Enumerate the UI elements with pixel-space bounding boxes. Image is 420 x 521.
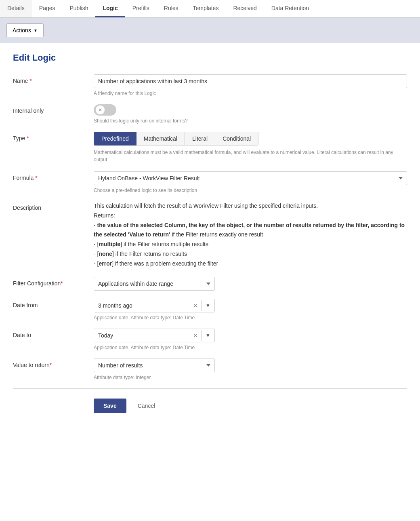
type-btn-predefined[interactable]: Predefined <box>94 132 136 146</box>
date-from-row: Date from ✕ ▼ Application date. Attribut… <box>13 299 407 321</box>
description-line2: Returns: <box>94 212 115 219</box>
description-line4: - [multiple] if the Filter returns multi… <box>94 241 208 247</box>
section-divider <box>13 388 407 389</box>
filter-config-select[interactable]: Applications within date range <box>94 277 215 291</box>
date-to-input[interactable] <box>94 329 190 342</box>
date-from-wrap: ✕ ▼ <box>94 299 215 312</box>
date-to-clear-button[interactable]: ✕ <box>190 332 201 339</box>
description-line6: - [error] if there was a problem executi… <box>94 260 218 267</box>
value-to-return-hint: Attribute data type: Integer <box>94 375 407 380</box>
value-to-return-row: Value to return* Number of results Attri… <box>13 359 407 380</box>
main-content: Edit Logic Name * A friendly name for th… <box>0 43 420 423</box>
description-field: This calculation will fetch the result o… <box>94 201 407 269</box>
type-btn-conditional[interactable]: Conditional <box>215 132 258 146</box>
nav-tab-publish[interactable]: Publish <box>63 0 96 17</box>
save-button[interactable]: Save <box>94 399 126 413</box>
chevron-down-icon: ▼ <box>34 28 38 33</box>
name-row: Name * A friendly name for this Logic <box>13 74 407 96</box>
formula-field: Hyland OnBase - WorkView Filter Result C… <box>94 171 407 193</box>
formula-row: Formula * Hyland OnBase - WorkView Filte… <box>13 171 407 193</box>
value-to-return-select[interactable]: Number of results <box>94 359 215 372</box>
actions-label: Actions <box>13 27 31 34</box>
type-btn-mathematical[interactable]: Mathematical <box>136 132 185 146</box>
name-hint: A friendly name for this Logic <box>94 91 407 96</box>
nav-tab-logic[interactable]: Logic <box>95 0 125 17</box>
page-title: Edit Logic <box>13 53 407 63</box>
date-from-input[interactable] <box>94 299 190 312</box>
actions-bar: Actions ▼ <box>0 18 420 43</box>
internal-only-hint: Should this logic only run on internal f… <box>94 118 407 124</box>
date-from-hint: Application date. Attribute data type: D… <box>94 315 407 321</box>
date-to-dropdown-button[interactable]: ▼ <box>202 333 214 338</box>
value-to-return-label: Value to return* <box>13 359 94 368</box>
formula-label: Formula * <box>13 171 94 181</box>
internal-only-row: Internal only ✕ Should this logic only r… <box>13 104 407 124</box>
date-from-clear-button[interactable]: ✕ <box>190 302 201 309</box>
formula-hint: Choose a pre-defined logic to see its de… <box>94 188 407 193</box>
nav-tab-rules[interactable]: Rules <box>157 0 186 17</box>
value-to-return-field: Number of results Attribute data type: I… <box>94 359 407 380</box>
nav-tabs: DetailsPagesPublishLogicPrefillsRulesTem… <box>0 0 420 18</box>
filter-config-label: Filter Configuration* <box>13 277 94 287</box>
date-to-row: Date to ✕ ▼ Application date. Attribute … <box>13 329 407 350</box>
type-field: PredefinedMathematicalLiteralConditional… <box>94 132 407 163</box>
date-to-label: Date to <box>13 329 94 338</box>
type-hint: Mathematical calculations must be a vali… <box>94 149 407 163</box>
type-label: Type * <box>13 132 94 141</box>
nav-tab-details[interactable]: Details <box>0 0 32 17</box>
filter-config-row: Filter Configuration* Applications withi… <box>13 277 407 291</box>
name-field: A friendly name for this Logic <box>94 74 407 96</box>
description-line1: This calculation will fetch the result o… <box>94 202 318 209</box>
nav-tab-data-retention[interactable]: Data Retention <box>264 0 316 17</box>
type-row: Type * PredefinedMathematicalLiteralCond… <box>13 132 407 163</box>
nav-tab-received[interactable]: Received <box>226 0 264 17</box>
description-row: Description This calculation will fetch … <box>13 201 407 269</box>
formula-select[interactable]: Hyland OnBase - WorkView Filter Result <box>94 171 407 185</box>
actions-button[interactable]: Actions ▼ <box>6 23 44 37</box>
nav-tab-templates[interactable]: Templates <box>186 0 226 17</box>
internal-only-toggle[interactable]: ✕ <box>94 104 116 116</box>
cancel-button[interactable]: Cancel <box>131 399 162 413</box>
date-to-hint: Application date. Attribute data type: D… <box>94 345 407 350</box>
toggle-track: ✕ <box>94 104 116 116</box>
date-from-dropdown-button[interactable]: ▼ <box>202 303 214 308</box>
description-label: Description <box>13 201 94 211</box>
name-input[interactable] <box>94 74 407 88</box>
date-to-field: ✕ ▼ Application date. Attribute data typ… <box>94 329 407 350</box>
date-from-label: Date from <box>13 299 94 308</box>
filter-config-field: Applications within date range <box>94 277 407 291</box>
toggle-wrap: ✕ <box>94 104 407 116</box>
type-buttons: PredefinedMathematicalLiteralConditional <box>94 132 407 146</box>
type-btn-literal[interactable]: Literal <box>185 132 215 146</box>
internal-only-field: ✕ Should this logic only run on internal… <box>94 104 407 124</box>
bottom-actions: Save Cancel <box>13 399 407 413</box>
nav-tab-pages[interactable]: Pages <box>32 0 63 17</box>
date-from-field: ✕ ▼ Application date. Attribute data typ… <box>94 299 407 321</box>
internal-only-label: Internal only <box>13 104 94 114</box>
description-line5: - [none] if the Filter returns no result… <box>94 251 187 257</box>
toggle-knob: ✕ <box>96 105 105 114</box>
description-line3: - the value of the selected Column, the … <box>94 222 405 238</box>
nav-tab-prefills[interactable]: Prefills <box>125 0 157 17</box>
name-label: Name * <box>13 74 94 84</box>
date-to-wrap: ✕ ▼ <box>94 329 215 342</box>
